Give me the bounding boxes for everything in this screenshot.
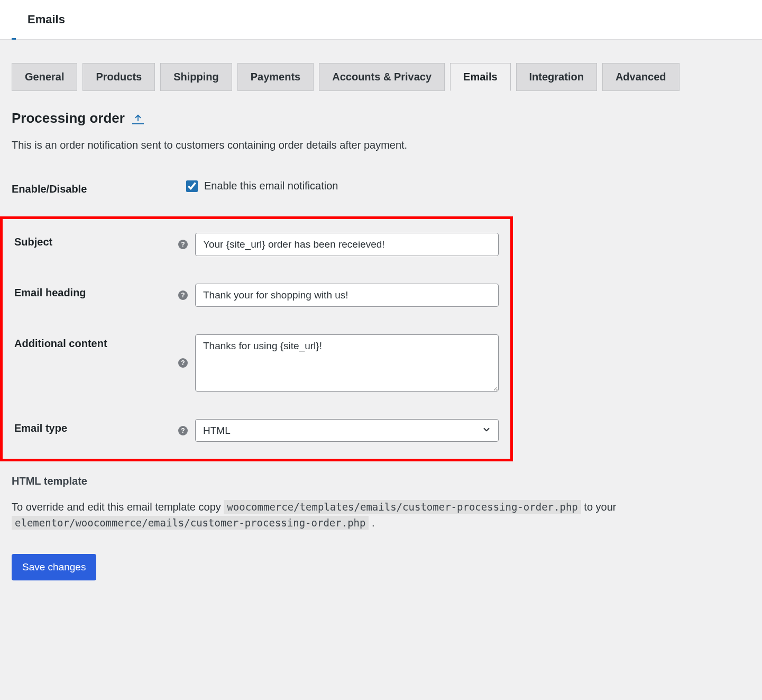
html-template-text: To override and edit this email template… [12, 499, 750, 531]
control-subject: ? [178, 233, 499, 256]
save-button[interactable]: Save changes [12, 554, 96, 580]
row-email-type: Email type ? HTML [14, 419, 499, 442]
checkbox-wrap: Enable this email notification [186, 180, 338, 192]
template-code-source: woocommerce/templates/emails/customer-pr… [224, 500, 581, 514]
row-enable: Enable/Disable Enable this email notific… [12, 180, 750, 195]
tab-products[interactable]: Products [82, 63, 155, 91]
page-title-row: Processing order [12, 110, 750, 126]
tab-shipping[interactable]: Shipping [160, 63, 232, 91]
tab-indicator [12, 38, 16, 40]
help-icon[interactable]: ? [178, 358, 188, 368]
template-text-mid: to your [584, 501, 616, 513]
template-code-dest: elementor/woocommerce/emails/customer-pr… [12, 516, 369, 530]
highlight-box: Subject ? Email heading ? Additional con… [0, 216, 513, 461]
tab-accounts-privacy[interactable]: Accounts & Privacy [319, 63, 445, 91]
page-header: Emails [0, 0, 762, 40]
enable-checkbox-label: Enable this email notification [204, 180, 338, 192]
help-icon[interactable]: ? [178, 240, 188, 249]
template-text-suffix: . [372, 517, 375, 529]
tabs-row: General Products Shipping Payments Accou… [12, 63, 750, 91]
back-icon[interactable] [132, 113, 144, 124]
label-email-heading: Email heading [14, 284, 178, 299]
html-template-heading: HTML template [12, 475, 750, 487]
label-subject: Subject [14, 233, 178, 248]
row-email-heading: Email heading ? [14, 284, 499, 307]
control-email-heading: ? [178, 284, 499, 307]
tab-payments[interactable]: Payments [237, 63, 314, 91]
section-title: Processing order [12, 110, 125, 126]
email-type-select[interactable]: HTML [195, 419, 499, 442]
control-additional-content: ? Thanks for using {site_url}! [178, 334, 499, 392]
email-type-select-wrap: HTML [195, 419, 499, 442]
tab-integration[interactable]: Integration [516, 63, 597, 91]
subject-input[interactable] [195, 233, 499, 256]
tab-advanced[interactable]: Advanced [602, 63, 680, 91]
control-enable: Enable this email notification [186, 180, 750, 192]
additional-content-textarea[interactable]: Thanks for using {site_url}! [195, 334, 499, 392]
label-enable: Enable/Disable [12, 180, 186, 195]
row-subject: Subject ? [14, 233, 499, 256]
enable-checkbox[interactable] [186, 180, 198, 192]
label-email-type: Email type [14, 419, 178, 434]
tab-emails[interactable]: Emails [450, 63, 510, 91]
content-area: General Products Shipping Payments Accou… [0, 63, 762, 602]
control-email-type: ? HTML [178, 419, 499, 442]
row-additional-content: Additional content ? Thanks for using {s… [14, 334, 499, 392]
email-heading-input[interactable] [195, 284, 499, 307]
tab-general[interactable]: General [12, 63, 77, 91]
template-text-prefix: To override and edit this email template… [12, 501, 224, 513]
label-additional-content: Additional content [14, 334, 178, 350]
section-description: This is an order notification sent to cu… [12, 139, 750, 151]
help-icon[interactable]: ? [178, 426, 188, 435]
page-header-title: Emails [27, 13, 735, 26]
help-icon[interactable]: ? [178, 290, 188, 300]
